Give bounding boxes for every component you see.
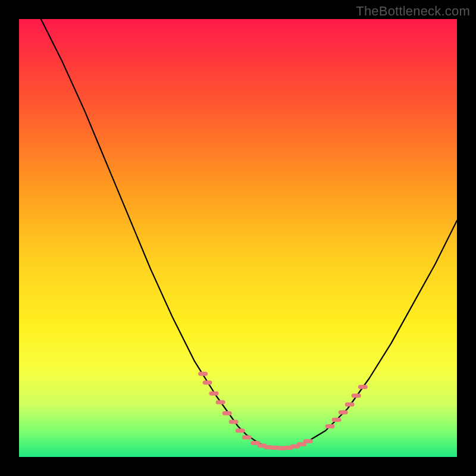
bottleneck-curve <box>41 19 457 448</box>
curve-marker <box>332 418 342 422</box>
curve-marker <box>358 385 368 389</box>
curve-marker <box>198 372 208 376</box>
curve-marker <box>345 402 355 406</box>
curve-marker <box>236 428 245 433</box>
curve-marker <box>242 435 252 439</box>
curve-marker <box>209 392 219 396</box>
watermark-text: TheBottleneck.com <box>356 4 470 19</box>
plot-area <box>19 19 457 457</box>
curve-marker <box>223 411 232 415</box>
marker-group <box>198 372 368 450</box>
curve-marker <box>325 424 335 428</box>
curve-marker <box>229 420 239 424</box>
chart-frame: TheBottleneck.com <box>0 0 476 476</box>
curve-marker <box>352 394 361 398</box>
curve-marker <box>216 400 226 405</box>
curve-marker <box>203 380 212 384</box>
curve-svg <box>19 19 457 457</box>
curve-marker <box>339 410 348 414</box>
curve-marker <box>303 439 313 443</box>
